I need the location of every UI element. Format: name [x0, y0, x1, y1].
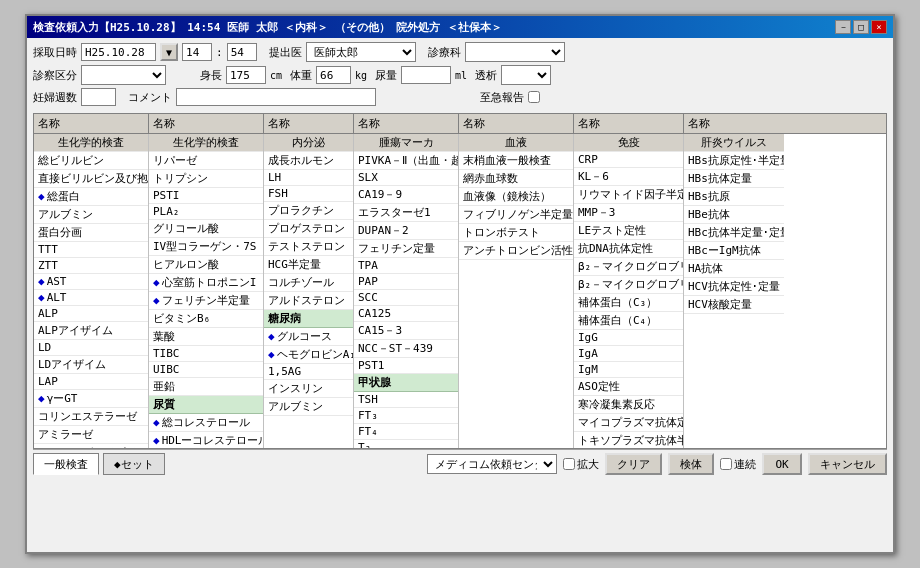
parity-input[interactable]: [81, 88, 116, 106]
continuous-checkbox[interactable]: [720, 458, 732, 470]
clear-button[interactable]: クリア: [605, 453, 662, 475]
list-item[interactable]: PLA₂: [149, 204, 263, 220]
specimen-button[interactable]: 検体: [668, 453, 714, 475]
list-item[interactable]: IV型コラーゲン・7S: [149, 238, 263, 256]
list-item[interactable]: ◆γーGT: [34, 390, 148, 408]
list-item[interactable]: 甲状腺: [354, 374, 458, 392]
list-item[interactable]: ◆AST: [34, 274, 148, 290]
list-item[interactable]: LEテスト定性: [574, 222, 683, 240]
list-item[interactable]: グリコール酸: [149, 220, 263, 238]
list-item[interactable]: FSH: [264, 186, 353, 202]
submitter-select[interactable]: 医師太郎: [306, 42, 416, 62]
list-item[interactable]: 補体蛋白（C₄）: [574, 312, 683, 330]
list-item[interactable]: NCC－ST－439: [354, 340, 458, 358]
list-item[interactable]: 腫瘍マーカ: [354, 134, 458, 152]
list-item[interactable]: 総ビリルビン: [34, 152, 148, 170]
diagnosis-select[interactable]: [81, 65, 166, 85]
height-input[interactable]: [226, 66, 266, 84]
list-item[interactable]: フェリチン定量: [354, 240, 458, 258]
list-item[interactable]: 亜鉛: [149, 378, 263, 396]
tab-set[interactable]: ◆セット: [103, 453, 165, 475]
list-item[interactable]: PAP: [354, 274, 458, 290]
close-button[interactable]: ×: [871, 20, 887, 34]
list-item[interactable]: リパーゼ: [149, 152, 263, 170]
list-item[interactable]: PSTI: [149, 188, 263, 204]
list-item[interactable]: 免疫: [574, 134, 683, 152]
list-item[interactable]: IgA: [574, 346, 683, 362]
list-item[interactable]: 糖尿病: [264, 310, 353, 328]
list-item[interactable]: β₂－マイクログロブリン(: [574, 276, 683, 294]
list-item[interactable]: SLX: [354, 170, 458, 186]
list-item[interactable]: HBs抗原: [684, 188, 784, 206]
list-item[interactable]: 生化学的検査: [34, 134, 148, 152]
list-item[interactable]: ビタミンB₆: [149, 310, 263, 328]
collection-date-dropdown[interactable]: ▼: [160, 43, 178, 61]
collection-date-input[interactable]: [81, 43, 156, 61]
urine-input[interactable]: [401, 66, 451, 84]
list-item[interactable]: 直接ビリルビン及び抱合*: [34, 170, 148, 188]
list-item[interactable]: プロゲステロン: [264, 220, 353, 238]
list-item[interactable]: ◆ヘモグロビンA₁c: [264, 346, 353, 364]
list-item[interactable]: TTT: [34, 242, 148, 258]
list-item[interactable]: LD: [34, 340, 148, 356]
list-item[interactable]: HBs抗体定量: [684, 170, 784, 188]
list-item[interactable]: テストステロン: [264, 238, 353, 256]
list-item[interactable]: PST1: [354, 358, 458, 374]
list-item[interactable]: ◆フェリチン半定量: [149, 292, 263, 310]
list-item[interactable]: 寒冷凝集素反応: [574, 396, 683, 414]
list-item[interactable]: プロラクチン: [264, 202, 353, 220]
list-item[interactable]: SCC: [354, 290, 458, 306]
list-item[interactable]: TPA: [354, 258, 458, 274]
list-item[interactable]: ヒアルロン酸: [149, 256, 263, 274]
list-item[interactable]: ALP: [34, 306, 148, 322]
list-item[interactable]: ZTT: [34, 258, 148, 274]
list-item[interactable]: HA抗体: [684, 260, 784, 278]
list-item[interactable]: TSH: [354, 392, 458, 408]
center-select[interactable]: メディコム依頼センター: [427, 454, 557, 474]
list-item[interactable]: アルドステロン: [264, 292, 353, 310]
list-item[interactable]: HCV核酸定量: [684, 296, 784, 314]
list-item[interactable]: 末梢血液一般検査: [459, 152, 573, 170]
list-item[interactable]: HBs抗原定性･半定量: [684, 152, 784, 170]
list-item[interactable]: CA15－3: [354, 322, 458, 340]
list-item[interactable]: アンチトロンビン活性: [459, 242, 573, 260]
list-item[interactable]: 肝炎ウイルス: [684, 134, 784, 152]
list-item[interactable]: FT₃: [354, 408, 458, 424]
list-item[interactable]: ◆総コレステロール: [149, 414, 263, 432]
list-item[interactable]: HBc抗体半定量･定量: [684, 224, 784, 242]
list-item[interactable]: 尿質: [149, 396, 263, 414]
list-item[interactable]: 成長ホルモン: [264, 152, 353, 170]
list-item[interactable]: 抗DNA抗体定性: [574, 240, 683, 258]
list-item[interactable]: 葉酸: [149, 328, 263, 346]
list-item[interactable]: マイコプラズマ抗体定性: [574, 414, 683, 432]
list-item[interactable]: CA125: [354, 306, 458, 322]
list-item[interactable]: トリプシン: [149, 170, 263, 188]
list-item[interactable]: ◆心室筋トロポニンI: [149, 274, 263, 292]
list-item[interactable]: 蛋白分画: [34, 224, 148, 242]
list-item[interactable]: ALPアイザイム: [34, 322, 148, 340]
urgent-checkbox[interactable]: [528, 91, 540, 103]
list-item[interactable]: PIVKA－Ⅱ（出血・超音: [354, 152, 458, 170]
maximize-button[interactable]: □: [853, 20, 869, 34]
cancel-button[interactable]: キャンセル: [808, 453, 887, 475]
list-item[interactable]: アルブミン: [264, 398, 353, 416]
dialysis-select[interactable]: [501, 65, 551, 85]
list-item[interactable]: ◆HDLーコレステロール: [149, 432, 263, 448]
list-item[interactable]: MMP－3: [574, 204, 683, 222]
list-item[interactable]: UIBC: [149, 362, 263, 378]
list-item[interactable]: エラスターゼ1: [354, 204, 458, 222]
list-item[interactable]: コルチゾール: [264, 274, 353, 292]
list-item[interactable]: 血液像（鏡検法）: [459, 188, 573, 206]
list-item[interactable]: ◆グルコース: [264, 328, 353, 346]
list-item[interactable]: T₃: [354, 440, 458, 448]
list-item[interactable]: ◆総蛋白: [34, 188, 148, 206]
list-item[interactable]: 網赤血球数: [459, 170, 573, 188]
list-item[interactable]: ◆ALT: [34, 290, 148, 306]
list-item[interactable]: LH: [264, 170, 353, 186]
list-item[interactable]: 生化学的検査: [149, 134, 263, 152]
comment-input[interactable]: [176, 88, 376, 106]
list-item[interactable]: IgM: [574, 362, 683, 378]
list-item[interactable]: アミラーゼ: [34, 426, 148, 444]
list-item[interactable]: アミラーゼアイザイム: [34, 444, 148, 448]
list-item[interactable]: DUPAN－2: [354, 222, 458, 240]
